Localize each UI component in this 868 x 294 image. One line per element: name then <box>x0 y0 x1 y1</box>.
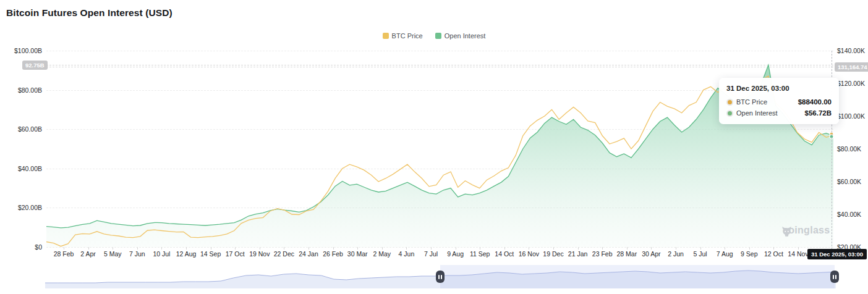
range-navigator[interactable] <box>0 0 868 294</box>
tooltip-series-label: BTC Price <box>736 98 767 106</box>
tooltip-row: BTC Price$88400.00 <box>726 98 832 106</box>
chart-tooltip: 31 Dec 2025, 03:00 BTC Price$88400.00Ope… <box>719 78 839 124</box>
watermark: coinglass <box>780 225 830 236</box>
tooltip-series-label: Open Interest <box>736 109 778 117</box>
navigator-selected-range[interactable] <box>440 265 835 288</box>
series-dot-icon <box>726 110 733 117</box>
series-dot-icon <box>726 99 733 106</box>
tooltip-series-value: $88400.00 <box>798 98 832 106</box>
pause-icon <box>438 275 442 279</box>
tooltip-row: Open Interest$56.72B <box>726 109 832 117</box>
tooltip-date: 31 Dec 2025, 03:00 <box>726 85 832 92</box>
navigator-handle-right[interactable] <box>830 271 839 283</box>
navigator-handle-left[interactable] <box>436 271 445 283</box>
chart-page: Bitcoin Futures Open Interest (USD) BTC … <box>0 0 868 294</box>
tooltip-series-value: $56.72B <box>805 109 832 117</box>
pause-icon <box>833 275 836 279</box>
